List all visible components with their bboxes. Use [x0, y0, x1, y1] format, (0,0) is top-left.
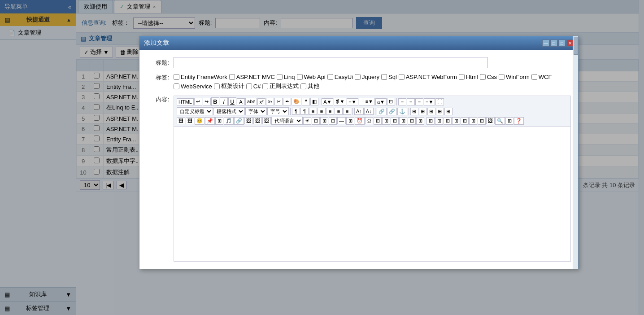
editor-btn-t7[interactable]: ⊞	[391, 117, 399, 125]
tag-checkbox[interactable]	[480, 74, 486, 80]
editor-btn-pen[interactable]: ✒	[283, 98, 291, 105]
editor-btn-sub[interactable]: x₂	[266, 98, 274, 105]
tag-checkbox[interactable]	[229, 74, 235, 80]
editor-btn-strikethrough[interactable]: abc̶	[245, 98, 257, 105]
editor-font-select[interactable]: 字体	[245, 107, 267, 115]
editor-btn-t3[interactable]: ⊞	[329, 117, 337, 125]
editor-code-select[interactable]: 代码语言	[271, 117, 303, 125]
dialog-restore-btn[interactable]: □	[550, 39, 557, 47]
editor-btn-search[interactable]: 🔍	[495, 117, 505, 125]
editor-btn-align-justify[interactable]: ≡▼	[424, 98, 435, 105]
editor-btn-insert[interactable]: ⊡	[387, 98, 395, 105]
tag-checkbox[interactable]	[277, 74, 283, 80]
editor-btn-clock[interactable]: ⏰	[355, 117, 365, 125]
editor-btn-r4[interactable]: ⊞	[452, 117, 460, 125]
tag-checkbox[interactable]	[459, 74, 465, 80]
editor-btn-table4[interactable]: ⊞	[436, 108, 444, 115]
editor-btn-attach[interactable]: 📌	[205, 117, 215, 125]
editor-btn-t10[interactable]: ⊞	[416, 117, 424, 125]
tag-checkbox[interactable]	[246, 83, 252, 89]
editor-btn-list[interactable]: ≡▼	[347, 98, 358, 105]
dialog-scrollbar[interactable]	[573, 36, 578, 269]
editor-btn-underline[interactable]: U	[228, 97, 236, 106]
editor-btn-undo[interactable]: ↩	[194, 98, 202, 105]
editor-btn-r5[interactable]: ⊞	[461, 117, 469, 125]
editor-btn-t2[interactable]: ⊞	[320, 117, 328, 125]
dialog-min-btn[interactable]: —	[542, 39, 549, 47]
editor-btn-t1[interactable]: ⊞	[312, 117, 320, 125]
editor-btn-indent[interactable]: ⋮≡▼	[359, 98, 375, 105]
editor-btn-audio[interactable]: 🎵	[224, 117, 234, 125]
tag-checkbox[interactable]	[300, 83, 306, 89]
editor-btn-block[interactable]: ◧	[310, 98, 318, 105]
editor-btn-align-right[interactable]: ≡	[415, 98, 423, 105]
editor-para-select[interactable]: 段落格式	[213, 107, 245, 115]
form-title-input[interactable]	[174, 57, 487, 68]
editor-btn-align-left[interactable]: ≡	[398, 98, 406, 105]
tag-checkbox[interactable]	[327, 74, 333, 80]
editor-btn-omega[interactable]: Ω	[365, 117, 373, 124]
editor-btn-l5[interactable]: ≡	[343, 108, 351, 115]
tag-checkbox[interactable]	[262, 83, 268, 89]
editor-heading-select[interactable]: 自定义标题	[177, 107, 213, 115]
editor-btn-table2[interactable]: ⊞	[419, 108, 427, 115]
tag-checkbox[interactable]	[499, 74, 505, 80]
editor-btn-table5[interactable]: ⊞	[444, 108, 453, 115]
editor-btn-color[interactable]: 🎨	[292, 98, 301, 105]
scrollbar-thumb[interactable]	[574, 37, 578, 55]
editor-btn-img5[interactable]: 🖼	[262, 117, 271, 124]
editor-btn-fontcolor[interactable]: A	[237, 98, 245, 105]
editor-btn-redo[interactable]: ↪	[203, 98, 211, 105]
editor-btn-r2[interactable]: ⊞	[435, 117, 443, 125]
tag-checkbox[interactable]	[355, 74, 361, 80]
editor-btn-p2[interactable]: ¶	[300, 108, 309, 115]
editor-btn-img4[interactable]: 🖼	[253, 117, 262, 124]
editor-btn-html[interactable]: HTML	[177, 98, 194, 105]
editor-btn-cut[interactable]: ✂	[274, 98, 283, 105]
editor-btn-r6[interactable]: ⊞	[469, 117, 477, 125]
tag-checkbox[interactable]	[174, 74, 179, 80]
editor-btn-grid[interactable]: ⊞	[215, 117, 223, 125]
editor-btn-quote[interactable]: ❝	[302, 98, 310, 105]
editor-body[interactable]	[174, 127, 570, 261]
editor-btn-charmap[interactable]: a▼	[375, 98, 387, 105]
editor-btn-bold[interactable]: B	[211, 97, 219, 106]
editor-btn-fullscreen[interactable]: ⛶	[435, 98, 444, 105]
editor-btn-table3[interactable]: ⊞	[427, 108, 435, 115]
editor-btn-p1[interactable]: ¶	[292, 108, 300, 115]
editor-btn-img2[interactable]: 🖼	[186, 117, 194, 124]
dialog-max-btn[interactable]: □	[558, 39, 566, 47]
editor-btn-l2[interactable]: ≡	[318, 108, 326, 115]
editor-btn-r8[interactable]: ⊞	[505, 117, 513, 125]
tag-checkbox[interactable]	[214, 83, 220, 89]
tag-checkbox[interactable]	[174, 83, 179, 89]
editor-btn-sup[interactable]: x²	[257, 98, 265, 105]
editor-btn-r3[interactable]: ⊞	[444, 117, 452, 125]
editor-btn-font-down[interactable]: A↓	[364, 108, 374, 115]
tag-checkbox[interactable]	[381, 74, 387, 80]
tag-checkbox[interactable]	[297, 74, 303, 80]
editor-btn-img3[interactable]: 🖼	[244, 117, 253, 124]
editor-btn-align-center[interactable]: ≡	[407, 98, 415, 105]
editor-btn-anchor[interactable]: ⚓	[397, 108, 407, 115]
editor-btn-imgpicker[interactable]: 🖼	[486, 117, 495, 124]
editor-btn-l3[interactable]: ≡	[326, 108, 334, 115]
editor-btn-fontcolor2[interactable]: A▼	[322, 98, 333, 105]
editor-btn-emoji[interactable]: 😊	[195, 117, 205, 125]
editor-btn-italic[interactable]: I	[220, 97, 228, 106]
editor-btn-hr[interactable]: —	[337, 117, 346, 124]
editor-btn-r1[interactable]: ⊞	[426, 117, 435, 125]
editor-btn-l4[interactable]: ≡	[335, 108, 343, 115]
editor-btn-help[interactable]: ❓	[514, 117, 524, 125]
editor-btn-table1[interactable]: ⊞	[410, 108, 418, 115]
editor-btn-link[interactable]: 🔗	[377, 108, 387, 115]
editor-btn-t8[interactable]: ⊞	[399, 117, 407, 125]
editor-btn-sun[interactable]: ☀	[303, 117, 311, 125]
tag-checkbox[interactable]	[399, 74, 405, 80]
editor-btn-t6[interactable]: ⊞	[382, 117, 390, 125]
editor-btn-l1[interactable]: ≡	[309, 108, 317, 115]
editor-btn-img1[interactable]: 🖼	[177, 117, 185, 124]
tag-checkbox[interactable]	[531, 74, 537, 80]
editor-size-select[interactable]: 字号	[267, 107, 289, 115]
editor-btn-para[interactable]: ❡▼	[334, 98, 346, 105]
